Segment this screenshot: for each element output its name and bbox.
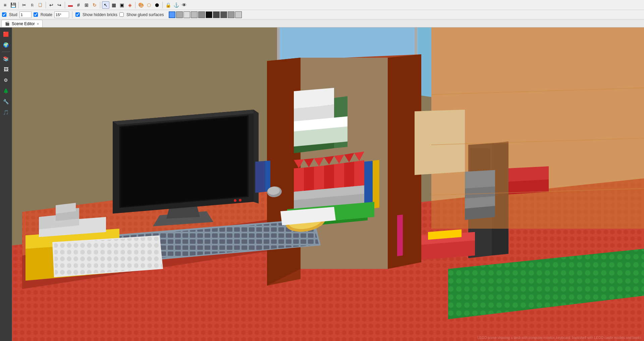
globe-sidebar-btn[interactable]: 🌍	[1, 40, 11, 50]
grid-btn[interactable]: #	[75, 1, 82, 9]
svg-point-54	[239, 199, 241, 202]
color-swatch-light[interactable]	[235, 11, 242, 18]
brick-shape-icon: ⬡	[147, 2, 151, 8]
options-toolbar: Stud Rotate Show hidden bricks Show glue…	[0, 10, 644, 19]
redo-icon: ↪	[57, 2, 61, 8]
sep6	[162, 2, 163, 8]
color-swatch-dgray[interactable]	[198, 11, 205, 18]
group-icon: ⬢	[155, 2, 159, 8]
color-swatch-g[interactable]	[228, 11, 234, 18]
select3-icon: ▣	[120, 2, 124, 8]
copy-icon: ⎘	[31, 3, 34, 7]
red-brick-btn[interactable]: ▬	[67, 1, 74, 9]
color-swatch-mgray[interactable]	[191, 11, 198, 18]
color-swatch-wgray[interactable]	[183, 11, 190, 18]
sep2	[46, 2, 46, 8]
group-btn[interactable]: ⬢	[153, 1, 161, 9]
show-glued-checkbox[interactable]	[119, 12, 124, 17]
undo-icon: ↩	[49, 2, 53, 8]
tab-icon: 🎬	[5, 21, 10, 26]
bricks-sidebar-btn[interactable]: 🟥	[1, 30, 11, 39]
save-icon: 💾	[10, 2, 16, 8]
rotate-obj-btn[interactable]: ↻	[91, 1, 98, 9]
tab-bar: 🎬 Scene Editor ×	[0, 19, 644, 27]
palette-btn[interactable]: 🎨	[137, 1, 145, 9]
image-sidebar-icon: 🖼	[4, 67, 8, 72]
anchor-icon: ⚓	[173, 2, 179, 8]
tree-sidebar-btn[interactable]: 🌲	[1, 86, 11, 96]
scene-svg	[12, 27, 644, 341]
select-icon: ↖	[104, 2, 108, 8]
layers-sidebar-btn[interactable]: 📚	[1, 54, 11, 63]
palette-icon: 🎨	[138, 2, 144, 8]
save-btn[interactable]: 💾	[9, 1, 17, 9]
sidebar-sep1	[2, 52, 10, 52]
anchor-btn[interactable]: ⚓	[172, 1, 180, 9]
svg-marker-43	[364, 161, 373, 209]
color-swatch-black[interactable]	[206, 11, 212, 18]
svg-marker-66	[255, 161, 265, 193]
settings-sidebar-btn[interactable]: ⚙	[1, 75, 11, 85]
stud-input[interactable]	[19, 11, 32, 18]
sep1	[18, 2, 19, 8]
music-sidebar-icon: 🎵	[3, 110, 9, 115]
left-sidebar: 🟥 🌍 📚 🖼 ⚙ 🌲 🔧 🎵	[0, 27, 12, 341]
sep4	[100, 2, 100, 8]
cut-btn[interactable]: ✂	[20, 1, 28, 9]
copy-btn[interactable]: ⎘	[29, 1, 36, 9]
tools-sidebar-btn[interactable]: 🔧	[1, 97, 11, 106]
redo-btn[interactable]: ↪	[56, 1, 63, 9]
color-swatch-d1[interactable]	[213, 11, 220, 18]
show-glued-label: Show glued surfaces	[126, 12, 164, 17]
globe-sidebar-icon: 🌍	[3, 42, 9, 48]
tab-close-btn[interactable]: ×	[37, 22, 39, 26]
sep7	[72, 11, 72, 18]
viewport-label: LEGO scene showing a desk with computer …	[477, 336, 641, 340]
color-swatch-d2[interactable]	[220, 11, 227, 18]
svg-point-53	[234, 199, 236, 202]
select3-btn[interactable]: ▣	[118, 1, 125, 9]
visibility-btn[interactable]: 👁	[180, 1, 188, 9]
color-swatches	[169, 11, 242, 18]
select2-btn[interactable]: ▦	[110, 1, 117, 9]
menu-btn[interactable]: ≡	[1, 1, 9, 9]
stud-checkbox[interactable]	[2, 12, 6, 17]
grid-icon: #	[77, 2, 80, 8]
sep5	[135, 2, 136, 8]
paint-fill-icon: ◈	[128, 2, 132, 8]
undo-btn[interactable]: ↩	[48, 1, 55, 9]
settings-sidebar-icon: ⚙	[4, 77, 8, 83]
show-hidden-checkbox[interactable]	[75, 12, 80, 17]
color-swatch-lgray[interactable]	[176, 11, 183, 18]
image-sidebar-btn[interactable]: 🖼	[1, 65, 11, 74]
layers-sidebar-icon: 📚	[3, 56, 9, 61]
color-swatch-blue[interactable]	[169, 11, 175, 18]
main-toolbar: ≡ 💾 ✂ ⎘ 📋 ↩ ↪ ▬ # ⊞ ↻ ↖ ▦ ▣ ◈ 🎨	[0, 0, 644, 10]
paste-btn[interactable]: 📋	[37, 1, 44, 9]
svg-marker-88	[415, 110, 465, 175]
rotate-label: Rotate	[41, 12, 52, 17]
select2-icon: ▦	[112, 2, 116, 8]
3d-viewport[interactable]: LEGO scene showing a desk with computer …	[12, 27, 644, 341]
main-area: 🟥 🌍 📚 🖼 ⚙ 🌲 🔧 🎵	[0, 27, 644, 341]
music-sidebar-btn[interactable]: 🎵	[1, 108, 11, 117]
visibility-icon: 👁	[182, 2, 186, 8]
snap-icon: ⊞	[85, 2, 89, 8]
stud-label: Stud	[9, 12, 17, 17]
lock-btn[interactable]: 🔒	[164, 1, 172, 9]
svg-marker-67	[265, 161, 270, 192]
snap-btn[interactable]: ⊞	[83, 1, 90, 9]
tab-scene-editor[interactable]: 🎬 Scene Editor ×	[1, 20, 43, 27]
red-brick-icon: ▬	[68, 2, 73, 8]
menu-icon: ≡	[4, 2, 6, 8]
select-btn[interactable]: ↖	[102, 1, 109, 9]
bricks-sidebar-icon: 🟥	[3, 32, 9, 37]
brick-shape-btn[interactable]: ⬡	[145, 1, 153, 9]
rotate-checkbox[interactable]	[34, 12, 38, 17]
paint-fill-btn[interactable]: ◈	[126, 1, 133, 9]
svg-marker-79	[397, 215, 403, 256]
show-hidden-label: Show hidden bricks	[83, 12, 117, 17]
tools-sidebar-icon: 🔧	[3, 99, 9, 104]
lock-icon: 🔒	[165, 2, 171, 8]
rotate-input[interactable]	[54, 11, 69, 18]
